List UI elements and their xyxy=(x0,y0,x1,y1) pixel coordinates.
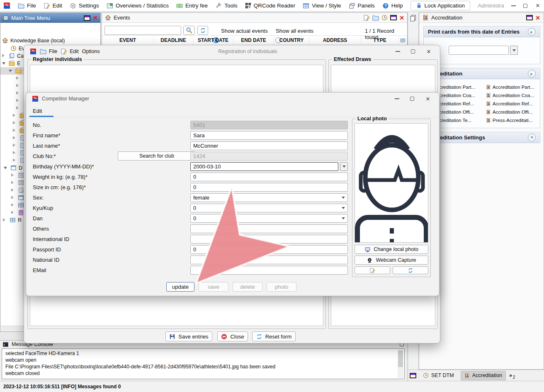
accreditation-item[interactable]: Accreditation Coa... xyxy=(486,93,534,98)
tree-row[interactable]: Knowledge Base (local) xyxy=(0,37,100,44)
panel-restore-icon[interactable] xyxy=(410,373,416,378)
close-button[interactable]: ✕ xyxy=(426,49,432,55)
console-log[interactable]: selected FaceTime HD-Kamera 1 webcam ope… xyxy=(2,348,405,379)
expand-arrow-icon[interactable] xyxy=(16,84,20,87)
panel-close-icon[interactable]: ✕ xyxy=(93,15,98,21)
menu-tools[interactable]: Tools xyxy=(215,2,238,9)
expand-arrow-icon[interactable] xyxy=(13,114,17,117)
size-input[interactable]: 0 xyxy=(190,183,348,192)
column-chooser-icon[interactable] xyxy=(399,36,407,45)
folder-icon[interactable] xyxy=(372,15,379,21)
column-header-country[interactable]: COUNTRY xyxy=(274,36,309,45)
expand-arrow-icon[interactable] xyxy=(16,99,20,102)
column-header-deadline[interactable]: DEADLINE xyxy=(154,36,193,45)
column-header-event[interactable]: EVENT xyxy=(102,36,154,45)
first-name-input[interactable]: Sara xyxy=(190,131,348,140)
expand-arrow-icon[interactable] xyxy=(13,144,17,147)
panel-close-icon[interactable]: ✕ xyxy=(399,15,404,21)
update-button[interactable]: update xyxy=(166,282,194,292)
menu-entry-fee[interactable]: Entry fee xyxy=(176,2,208,9)
column-header-start-date[interactable]: START DATE xyxy=(193,36,233,45)
kyu-kup-select[interactable]: 0 xyxy=(190,204,348,212)
webcam-capture-button[interactable]: Webcam Capture xyxy=(355,256,428,265)
column-header-end-date[interactable]: END DATE xyxy=(233,36,274,45)
reset-form-button[interactable]: Reset form xyxy=(252,331,296,341)
panel-restore-icon[interactable] xyxy=(84,15,90,21)
edit-form-icon[interactable] xyxy=(363,15,370,21)
weight-input[interactable]: 0 xyxy=(190,173,348,181)
accreditation-item[interactable]: Accreditation Part... xyxy=(486,84,534,90)
search-button[interactable] xyxy=(183,26,195,35)
email-input[interactable] xyxy=(190,266,348,275)
passport-id-input[interactable]: 0 xyxy=(190,245,348,254)
expand-arrow-icon[interactable] xyxy=(11,188,15,192)
competitor-menu-edit[interactable]: Edit xyxy=(33,108,42,114)
expand-arrow-icon[interactable] xyxy=(13,151,17,154)
registration-titlebar[interactable]: File Edit Options Registration of indivi… xyxy=(24,45,440,58)
clock-icon[interactable] xyxy=(381,15,388,21)
accreditation-item[interactable]: Accreditation Ref... xyxy=(486,101,533,107)
menu-overviews-statistics[interactable]: Overviews / Statistics xyxy=(107,2,169,9)
national-id-input[interactable] xyxy=(190,256,348,264)
search-for-club-button[interactable]: Search for club xyxy=(118,151,196,161)
column-header-address[interactable]: ADDRESS xyxy=(309,36,361,45)
minimize-button[interactable] xyxy=(395,98,399,99)
sex-select[interactable]: female xyxy=(190,193,348,202)
expand-arrow-icon[interactable] xyxy=(16,106,20,110)
events-search-input[interactable] xyxy=(104,26,181,35)
minimize-button[interactable] xyxy=(511,5,516,6)
accreditation-item[interactable]: Press-Accreditati... xyxy=(486,117,533,123)
more-tabs-icon[interactable]: » xyxy=(509,373,512,378)
expand-arrow-icon[interactable] xyxy=(3,218,7,222)
photo-button[interactable]: photo xyxy=(267,282,296,292)
others-input[interactable] xyxy=(190,224,348,233)
print-date-combo-input[interactable] xyxy=(449,46,509,55)
expand-arrow-icon[interactable] xyxy=(11,196,15,199)
registration-menu-options[interactable]: Options xyxy=(82,49,100,54)
panel-close-icon[interactable]: ✕ xyxy=(535,15,540,21)
collapse-arrow-icon[interactable] xyxy=(9,70,12,74)
collapse-arrow-icon[interactable] xyxy=(2,62,5,66)
refresh-photo-button[interactable] xyxy=(393,266,428,274)
minimize-button[interactable] xyxy=(396,51,400,52)
birthday-dropdown-button[interactable] xyxy=(340,162,348,171)
last-name-input[interactable]: McConner xyxy=(190,141,348,150)
change-local-photo-button[interactable]: Change local photo xyxy=(355,245,428,254)
registration-menu-edit[interactable]: Edit xyxy=(61,48,79,55)
expand-arrow-icon[interactable] xyxy=(11,203,15,207)
expand-arrow-icon[interactable] xyxy=(11,181,15,184)
international-id-input[interactable] xyxy=(190,235,348,243)
save-entries-button[interactable]: Save entries xyxy=(165,331,212,341)
close-button[interactable]: ✕ xyxy=(535,2,541,9)
accreditation-item[interactable]: Accreditation Offi... xyxy=(486,109,533,115)
save-button[interactable]: save xyxy=(199,282,228,292)
menu-file[interactable]: File xyxy=(18,2,36,9)
menu-view-style[interactable]: View / Style xyxy=(303,2,341,9)
console-scrollbar[interactable] xyxy=(398,350,403,378)
menu-settings[interactable]: Settings xyxy=(70,2,99,9)
menu-help[interactable]: Help xyxy=(382,2,403,9)
panel-restore-icon[interactable] xyxy=(526,15,533,20)
menu-qrcode-reader[interactable]: QRCode Reader xyxy=(245,2,296,9)
close-form-button[interactable]: Close xyxy=(217,331,248,341)
tab-accreditation[interactable]: Accreditation xyxy=(461,371,506,380)
expand-arrow-icon[interactable] xyxy=(2,54,6,57)
collapse-section-button[interactable]: « xyxy=(528,70,536,78)
menu-edit[interactable]: Edit xyxy=(44,2,62,9)
expand-arrow-icon[interactable] xyxy=(11,173,15,177)
close-button[interactable]: ✕ xyxy=(425,96,431,102)
edit-photo-button[interactable] xyxy=(355,266,390,274)
expand-section-button[interactable]: « xyxy=(528,134,536,141)
expand-arrow-icon[interactable] xyxy=(13,121,17,124)
expand-arrow-icon[interactable] xyxy=(13,129,17,132)
expand-arrow-icon[interactable] xyxy=(11,211,15,214)
menu-panels[interactable]: Panels xyxy=(349,2,375,9)
maximize-button[interactable] xyxy=(523,4,527,8)
refresh-events-button[interactable] xyxy=(197,26,208,35)
competitor-manager-titlebar[interactable]: Competitor Manager ✕ xyxy=(26,93,439,105)
lock-application-button[interactable]: Lock Application xyxy=(410,1,471,10)
collapse-section-button[interactable]: « xyxy=(528,28,536,36)
collapse-arrow-icon[interactable] xyxy=(4,167,7,171)
panel-restore-icon[interactable] xyxy=(390,15,397,20)
scrollbar-thumb[interactable] xyxy=(398,351,403,367)
